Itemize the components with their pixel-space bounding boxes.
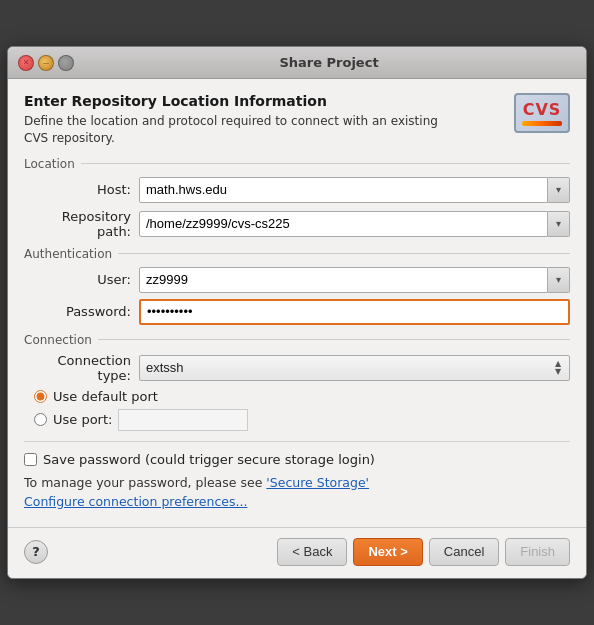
header-text: Enter Repository Location Information De… bbox=[24, 93, 464, 147]
use-port-label: Use port: bbox=[53, 412, 112, 427]
back-button[interactable]: < Back bbox=[277, 538, 347, 566]
user-dropdown-button[interactable] bbox=[548, 267, 570, 293]
page-description: Define the location and protocol require… bbox=[24, 113, 464, 147]
repo-path-input[interactable] bbox=[139, 211, 548, 237]
location-section-label: Location bbox=[24, 157, 570, 171]
use-port-row: Use port: bbox=[34, 409, 570, 431]
default-port-row: Use default port bbox=[34, 389, 570, 404]
titlebar: ✕ − Share Project bbox=[8, 47, 586, 79]
use-port-radio[interactable] bbox=[34, 413, 47, 426]
repo-path-dropdown-button[interactable] bbox=[548, 211, 570, 237]
configure-connection-link[interactable]: Configure connection preferences... bbox=[24, 494, 570, 509]
window-title: Share Project bbox=[82, 55, 576, 70]
host-input-group bbox=[139, 177, 570, 203]
save-password-row: Save password (could trigger secure stor… bbox=[24, 452, 570, 467]
dialog-window: ✕ − Share Project Enter Repository Locat… bbox=[7, 46, 587, 579]
page-title: Enter Repository Location Information bbox=[24, 93, 464, 109]
save-password-label: Save password (could trigger secure stor… bbox=[43, 452, 375, 467]
minimize-button[interactable]: − bbox=[38, 55, 54, 71]
divider bbox=[24, 441, 570, 442]
user-label: User: bbox=[24, 272, 139, 287]
connection-section-label: Connection bbox=[24, 333, 570, 347]
port-number-input[interactable] bbox=[118, 409, 248, 431]
host-label: Host: bbox=[24, 182, 139, 197]
manage-password-text: To manage your password, please see 'Sec… bbox=[24, 475, 570, 490]
repo-path-row: Repository path: bbox=[24, 209, 570, 239]
secure-storage-link[interactable]: 'Secure Storage' bbox=[266, 475, 369, 490]
host-row: Host: bbox=[24, 177, 570, 203]
close-icon: ✕ bbox=[23, 58, 30, 67]
user-row: User: bbox=[24, 267, 570, 293]
help-button[interactable]: ? bbox=[24, 540, 48, 564]
default-port-radio[interactable] bbox=[34, 390, 47, 403]
cvs-logo-text: CVS bbox=[523, 100, 562, 119]
manage-text: To manage your password, please see bbox=[24, 475, 266, 490]
finish-button[interactable]: Finish bbox=[505, 538, 570, 566]
connection-type-select-wrap: extssh pserver ssh ▲ ▼ bbox=[139, 355, 570, 381]
password-label: Password: bbox=[24, 304, 139, 319]
connection-type-row: Connection type: extssh pserver ssh ▲ ▼ bbox=[24, 353, 570, 383]
button-bar: ? < Back Next > Cancel Finish bbox=[8, 527, 586, 578]
minimize-icon: − bbox=[42, 58, 50, 68]
window-controls: ✕ − bbox=[18, 55, 74, 71]
close-button[interactable]: ✕ bbox=[18, 55, 34, 71]
repo-path-input-group bbox=[139, 211, 570, 237]
link-section: To manage your password, please see 'Sec… bbox=[24, 475, 570, 509]
authentication-section-label: Authentication bbox=[24, 247, 570, 261]
user-input-group bbox=[139, 267, 570, 293]
connection-type-label: Connection type: bbox=[24, 353, 139, 383]
dialog-content: Enter Repository Location Information De… bbox=[8, 79, 586, 527]
host-dropdown-button[interactable] bbox=[548, 177, 570, 203]
header-section: Enter Repository Location Information De… bbox=[24, 93, 570, 147]
repo-path-label: Repository path: bbox=[24, 209, 139, 239]
user-input[interactable] bbox=[139, 267, 548, 293]
next-button[interactable]: Next > bbox=[353, 538, 422, 566]
connection-type-select[interactable]: extssh pserver ssh bbox=[139, 355, 570, 381]
password-input[interactable] bbox=[139, 299, 570, 325]
default-port-label: Use default port bbox=[53, 389, 158, 404]
host-input[interactable] bbox=[139, 177, 548, 203]
cvs-logo-bar bbox=[522, 121, 562, 126]
cancel-button[interactable]: Cancel bbox=[429, 538, 499, 566]
save-password-checkbox[interactable] bbox=[24, 453, 37, 466]
maximize-button[interactable] bbox=[58, 55, 74, 71]
password-row: Password: bbox=[24, 299, 570, 325]
cvs-logo: CVS bbox=[514, 93, 570, 133]
